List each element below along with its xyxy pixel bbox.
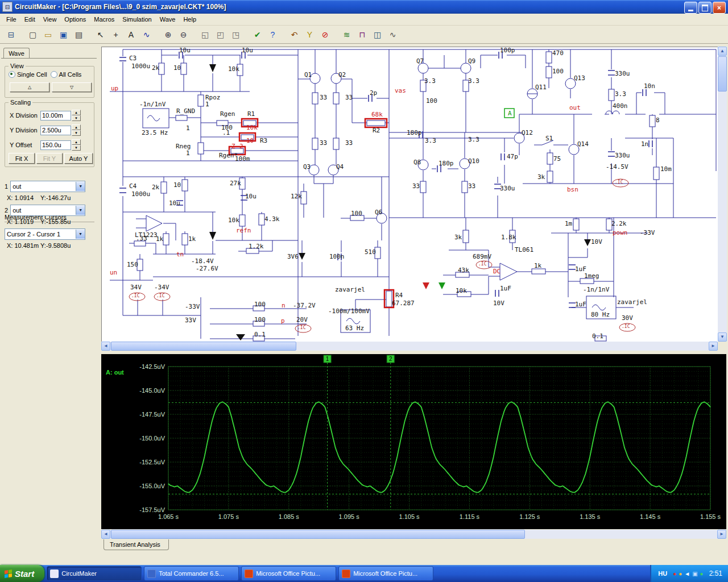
cell-down-button[interactable]: ▽ — [52, 82, 92, 92]
arrow-tool-button[interactable]: ↖ — [93, 28, 107, 41]
cursor2-readout: X: 1.1019 Y:-155.85u — [7, 218, 71, 225]
wave-series-label: A: out — [106, 369, 124, 376]
schematic-label: 3.3 — [468, 77, 479, 85]
schematic-label: Q10 — [468, 157, 479, 165]
volume-icon[interactable]: ◄ — [684, 571, 690, 577]
minimize-button[interactable] — [684, 2, 697, 14]
print-button[interactable]: ▤ — [72, 28, 86, 41]
scroll-up-icon[interactable]: ▲ — [718, 47, 727, 56]
scroll-right-icon[interactable]: ► — [709, 342, 718, 351]
schematic-label: Q8 — [413, 159, 421, 166]
y-offset-stepper[interactable]: ▲▼ — [72, 139, 81, 151]
tab-wave[interactable]: Wave — [3, 48, 30, 59]
waveform-display[interactable]: A: out -142.5uV-145.0uV-147.5uV-150.0uV-… — [101, 354, 726, 529]
y-division-input[interactable] — [40, 126, 71, 135]
schematic-label: R3 — [260, 137, 267, 144]
taskbar-clock[interactable]: 2:51 — [709, 569, 722, 577]
cell-up-button[interactable]: △ — [10, 82, 49, 92]
menu-item[interactable]: Help — [179, 15, 200, 24]
antivirus-icon[interactable]: ● — [673, 571, 676, 577]
schematic-label: 75 — [553, 155, 561, 163]
schematic-label: R_GND — [176, 107, 195, 115]
x-division-stepper[interactable]: ▲▼ — [72, 110, 81, 121]
network-icon[interactable]: ▣ — [692, 571, 697, 577]
stop-simulation-button[interactable]: ⊘ — [318, 28, 332, 41]
digital-scope-button[interactable]: ⊓ — [355, 28, 369, 41]
open-file-button[interactable]: ▭ — [41, 28, 55, 41]
update-icon[interactable]: ● — [679, 571, 682, 577]
analysis-window-button[interactable]: ∿ — [386, 28, 400, 41]
help-button[interactable]: ? — [266, 28, 280, 41]
menu-item[interactable]: Options — [60, 15, 90, 24]
undo-button[interactable]: ↶ — [287, 28, 301, 41]
restore-button[interactable] — [698, 2, 712, 14]
sheet-split-button[interactable]: ◳ — [229, 28, 243, 41]
cursor1-signal-select[interactable]: out ▼ — [10, 181, 85, 192]
scroll-right-icon[interactable]: ► — [717, 530, 726, 539]
schematic-label: 1.2k — [249, 243, 264, 250]
taskbar-task-button[interactable]: CircuitMaker — [47, 566, 142, 581]
probe-tool-button[interactable]: Y — [303, 28, 317, 41]
menu-item[interactable]: Simulation — [118, 15, 155, 24]
schematic-label: 0.1 — [254, 331, 266, 338]
waveform-horizontal-scrollbar[interactable]: ◄ ► — [101, 530, 726, 539]
scheduler-icon[interactable]: ● — [700, 571, 704, 577]
menu-bar: FileEditViewOptionsMacrosSimulationWaveH… — [0, 14, 728, 26]
fit-y-button[interactable]: Fit Y — [36, 153, 63, 164]
mixed-scope-button[interactable]: ◫ — [370, 28, 384, 41]
y-division-stepper[interactable]: ▲▼ — [72, 124, 81, 136]
all-cells-radio[interactable]: All Cells — [51, 71, 82, 78]
language-indicator[interactable]: HU — [658, 570, 667, 577]
zoom-in-button[interactable]: ⊕ — [161, 28, 175, 41]
schematic-label: 180p — [407, 129, 422, 136]
sheet-pan-button[interactable]: ◰ — [213, 28, 228, 41]
task-icon — [342, 569, 350, 578]
menu-item[interactable]: Edit — [20, 15, 39, 24]
scroll-left-icon[interactable]: ◄ — [101, 342, 110, 351]
schematic-label: -100m/100mV — [328, 307, 370, 315]
schematic-vertical-scrollbar[interactable]: ▲ ▼ — [718, 47, 727, 342]
cursor-diff-select[interactable]: Cursor 2 - Cursor 1 ▼ — [5, 228, 85, 240]
schematic-canvas[interactable]: C31000u2k10u1010u10kupQ1Q233332pvasQ7Q93… — [101, 47, 718, 342]
x-axis-tick-label: 1.085 s — [279, 513, 300, 520]
menu-item[interactable]: File — [2, 15, 20, 24]
x-division-input[interactable] — [40, 111, 71, 120]
zoom-out-button[interactable]: ⊖ — [176, 28, 191, 41]
taskbar-task-button[interactable]: Total Commander 6.5... — [144, 566, 239, 581]
menu-item[interactable]: View — [39, 15, 61, 24]
single-cell-radio[interactable]: Single Cell — [9, 71, 47, 78]
save-file-button[interactable]: ▣ — [56, 28, 71, 41]
schematic-label: 10n — [644, 82, 655, 90]
window-title: CircuitMaker - [C:\Program Files\...\9_0… — [15, 3, 226, 11]
add-part-button[interactable]: + — [109, 28, 123, 41]
schematic-label: n — [282, 302, 286, 309]
scroll-down-icon[interactable]: ▼ — [718, 332, 727, 342]
cursor2-signal-select[interactable]: out ▼ — [10, 205, 85, 216]
schematic-label: 1k — [188, 235, 196, 243]
auto-y-button[interactable]: Auto Y — [64, 153, 93, 164]
schematic-label: 33V — [185, 317, 196, 324]
parts-bin-button[interactable]: ⊟ — [4, 28, 18, 41]
schematic-label: Q12 — [522, 129, 533, 136]
schematic-label: .IC — [297, 325, 306, 330]
start-button[interactable]: Start — [0, 565, 44, 582]
scroll-left-icon[interactable]: ◄ — [101, 530, 110, 539]
run-check-button[interactable]: ✔ — [250, 28, 264, 41]
schematic-horizontal-scrollbar[interactable]: ◄ ► — [101, 342, 718, 351]
new-file-button[interactable]: ▢ — [26, 28, 40, 41]
text-tool-button[interactable]: A — [124, 28, 138, 41]
menu-item[interactable]: Macros — [90, 15, 118, 24]
menu-item[interactable]: Wave — [156, 15, 180, 24]
fit-x-button[interactable]: Fit X — [9, 153, 35, 164]
taskbar-task-button[interactable]: Microsoft Office Pictu... — [241, 566, 336, 581]
waveform-scope-button[interactable]: ≋ — [340, 28, 354, 41]
circuitmaker-window: ⊟ CircuitMaker - [C:\Program Files\...\9… — [0, 0, 728, 582]
schematic-label: 3.3 — [424, 77, 436, 85]
tab-transient-analysis[interactable]: Transient Analysis — [104, 539, 169, 550]
y-offset-input[interactable] — [40, 140, 71, 150]
sheet-zoom-button[interactable]: ◱ — [198, 28, 212, 41]
schematic-label: 100 — [254, 316, 266, 323]
taskbar-task-button[interactable]: Microsoft Office Pictu... — [338, 566, 433, 581]
wire-tool-button[interactable]: ∿ — [139, 28, 154, 41]
close-button[interactable]: × — [713, 2, 726, 14]
